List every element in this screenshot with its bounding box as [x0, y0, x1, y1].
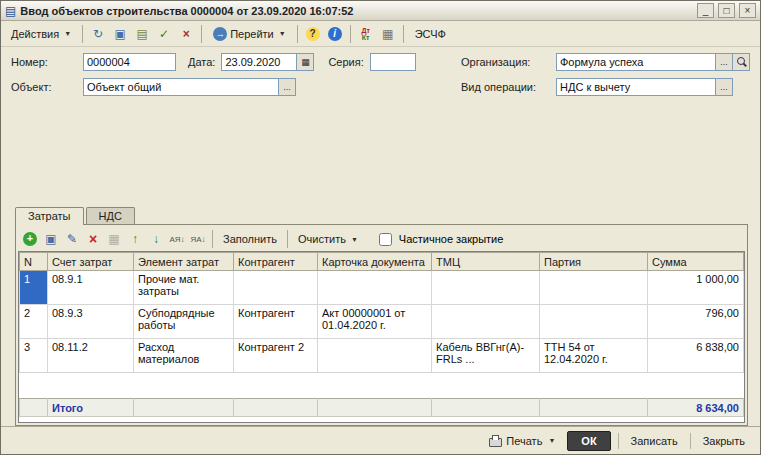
dtkt-button[interactable]: ДтКт [356, 24, 376, 44]
add-row-button[interactable]: + [20, 229, 40, 249]
close-button[interactable]: × [739, 3, 756, 18]
toolbar-separator [82, 25, 83, 43]
refresh-button[interactable]: ↻ [88, 24, 108, 44]
calendar-icon: ▦ [301, 57, 310, 67]
tab-costs[interactable]: Затраты [15, 207, 84, 225]
title-bar[interactable]: ▤ Ввод объектов строительства 0000004 от… [1, 1, 760, 21]
series-field[interactable] [370, 53, 416, 71]
cell-contractor[interactable]: Контрагент 2 [234, 339, 318, 373]
report-button[interactable]: ▦ [378, 24, 398, 44]
date-field[interactable] [221, 53, 297, 71]
unpost-document-button[interactable]: × [176, 24, 196, 44]
eschf-button[interactable]: ЭСЧФ [409, 24, 452, 44]
total-label: Итого [48, 399, 134, 417]
cell-doc[interactable] [318, 271, 432, 305]
partial-close-label[interactable]: Частичное закрытие [399, 233, 504, 245]
report-icon: ▦ [382, 28, 393, 40]
edit-row-button[interactable]: ✎ [62, 229, 82, 249]
sort-desc-button[interactable]: ЯА↓ [188, 229, 208, 249]
costs-grid: N Счет затрат Элемент затрат Контрагент … [18, 251, 745, 423]
maximize-button[interactable]: □ [718, 3, 735, 18]
ellipsis-icon: ... [283, 82, 291, 92]
organization-field[interactable] [556, 53, 716, 71]
help-button[interactable]: ? [303, 24, 323, 44]
print-button[interactable]: Печать ▼ [484, 432, 560, 450]
cell-element[interactable]: Расход материалов [134, 339, 234, 373]
move-up-button[interactable]: ↑ [125, 229, 145, 249]
cell-sum[interactable]: 796,00 [648, 305, 744, 339]
col-header-doc: Карточка документа [318, 253, 432, 271]
cell-n[interactable]: 2 [20, 305, 48, 339]
cell-tmc[interactable]: Кабель ВВГнг(А)-FRLs ... [432, 339, 540, 373]
sort-asc-button[interactable]: АЯ↓ [167, 229, 187, 249]
structure-button[interactable]: ▤ [132, 24, 152, 44]
goto-button[interactable]: → Перейти ▼ [207, 24, 292, 44]
save-button[interactable]: Записать [626, 432, 683, 450]
arrow-up-icon: ↑ [132, 232, 138, 246]
delete-row-button[interactable]: × [83, 229, 103, 249]
info-button[interactable]: i [325, 24, 345, 44]
post-document-button[interactable]: ✓ [154, 24, 174, 44]
clear-button[interactable]: Очистить ▼ [292, 229, 364, 249]
cell-n[interactable]: 1 [20, 271, 48, 305]
edit-icon: ✎ [67, 232, 77, 246]
ellipsis-icon: ... [720, 82, 728, 92]
organization-select-button[interactable]: ... [716, 53, 733, 71]
grid-header-row: N Счет затрат Элемент затрат Контрагент … [20, 253, 744, 271]
move-down-button[interactable]: ↓ [146, 229, 166, 249]
cell-batch[interactable]: ТТН 54 от 12.04.2020 г. [540, 339, 648, 373]
eschf-button-label: ЭСЧФ [415, 28, 446, 40]
copy-row-button[interactable]: ▣ [41, 229, 61, 249]
cell-account[interactable]: 08.9.1 [48, 271, 134, 305]
grid-toolbar: + ▣ ✎ × ▦ ↑ ↓ АЯ↓ ЯА↓ [18, 227, 745, 251]
cell-sum[interactable]: 6 838,00 [648, 339, 744, 373]
cell-doc[interactable] [318, 339, 432, 373]
document-window: ▤ Ввод объектов строительства 0000004 от… [0, 0, 761, 455]
operation-select-button[interactable]: ... [716, 78, 733, 96]
copy-button[interactable]: ▣ [110, 24, 130, 44]
close-form-button[interactable]: Закрыть [698, 432, 750, 450]
table-row[interactable]: 1 08.9.1 Прочие мат. затраты 1 000,00 [20, 271, 744, 305]
chevron-down-icon: ▼ [279, 30, 286, 37]
actions-button[interactable]: Действия ▼ [5, 24, 77, 44]
table-row[interactable]: 3 08.11.2 Расход материалов Контрагент 2… [20, 339, 744, 373]
object-select-button[interactable]: ... [279, 78, 296, 96]
cell-contractor[interactable]: Контрагент [234, 305, 318, 339]
cell-n[interactable]: 3 [20, 339, 48, 373]
ellipsis-icon: ... [720, 57, 728, 67]
tab-nds[interactable]: НДС [86, 207, 135, 224]
number-field[interactable] [83, 53, 176, 71]
form-empty-space [1, 101, 760, 204]
object-field[interactable] [83, 78, 279, 96]
cell-batch[interactable] [540, 305, 648, 339]
calendar-button[interactable]: ▦ [297, 53, 314, 71]
cell-doc[interactable]: Акт 00000001 от 01.04.2020 г. [318, 305, 432, 339]
actions-button-label: Действия [11, 28, 59, 40]
cell-account[interactable]: 08.9.3 [48, 305, 134, 339]
partial-close-checkbox[interactable] [379, 233, 392, 246]
move-end-button[interactable]: ▦ [104, 229, 124, 249]
fill-button[interactable]: Заполнить [217, 229, 283, 249]
cell-tmc[interactable] [432, 305, 540, 339]
ok-button[interactable]: ОК [567, 431, 610, 451]
table-row[interactable]: 2 08.9.3 Субподрядные работы Контрагент … [20, 305, 744, 339]
organization-search-button[interactable] [733, 53, 750, 71]
col-header-tmc: ТМЦ [432, 253, 540, 271]
minimize-button[interactable]: _ [697, 3, 714, 18]
dtkt-icon: ДтКт [361, 27, 369, 41]
window-title: Ввод объектов строительства 0000004 от 2… [20, 5, 693, 17]
cell-account[interactable]: 08.11.2 [48, 339, 134, 373]
cell-sum[interactable]: 1 000,00 [648, 271, 744, 305]
cell-tmc[interactable] [432, 271, 540, 305]
operation-field[interactable] [556, 78, 716, 96]
grid-empty-area [20, 373, 744, 399]
unpost-icon: × [183, 28, 190, 40]
cell-element[interactable]: Субподрядные работы [134, 305, 234, 339]
toolbar-separator [403, 25, 404, 43]
arrow-down-icon: ↓ [153, 232, 159, 246]
cell-contractor[interactable] [234, 271, 318, 305]
footer-separator [618, 433, 619, 449]
cell-element[interactable]: Прочие мат. затраты [134, 271, 234, 305]
clear-button-label: Очистить [298, 233, 346, 245]
cell-batch[interactable] [540, 271, 648, 305]
